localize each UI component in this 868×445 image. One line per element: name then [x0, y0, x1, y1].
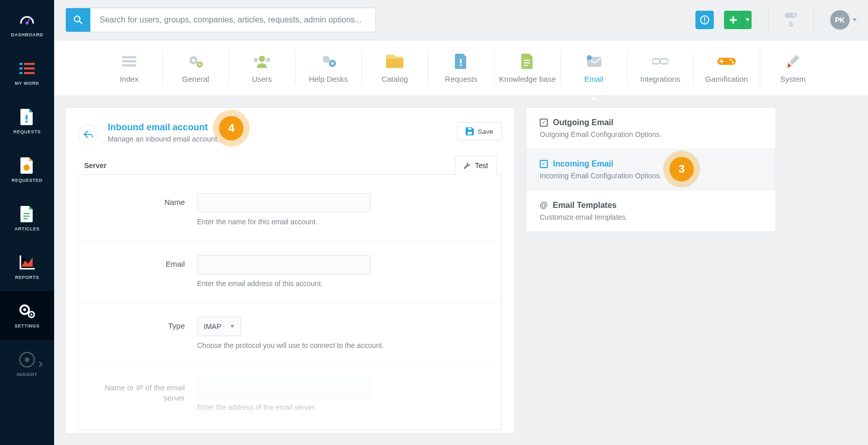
nav-settings[interactable]: SETTINGS [0, 291, 54, 340]
check-square-icon: ✓ [540, 160, 548, 168]
side-item-desc: Customize email templates. [540, 213, 762, 221]
svg-rect-40 [460, 64, 462, 66]
nav-label: REQUESTED [12, 178, 43, 183]
svg-point-35 [266, 58, 270, 62]
svg-rect-26 [122, 56, 136, 58]
nav-requests[interactable]: REQUESTS [0, 97, 54, 146]
server-tab[interactable]: Server [83, 156, 108, 175]
search-input[interactable] [90, 8, 375, 32]
nav-dashboard[interactable]: DASHBOARD [0, 0, 54, 49]
nav-articles[interactable]: ARTICLES [0, 194, 54, 243]
search-wrap [65, 8, 376, 32]
user-menu[interactable]: PK [830, 10, 857, 30]
add-button[interactable] [724, 11, 742, 29]
test-label: Test [475, 161, 488, 170]
side-item-desc: Incoming Email Configuration Options. [540, 172, 762, 180]
svg-point-38 [331, 62, 334, 64]
email-hint: Enter the email address of this account. [197, 279, 482, 288]
svg-point-33 [259, 56, 265, 62]
tab-knowledge-base[interactable]: Knowledge base [494, 40, 561, 96]
users-icon [253, 53, 271, 69]
divider [813, 10, 814, 30]
step-marker-4: 4 [219, 116, 244, 140]
email-label: Email [98, 255, 185, 269]
file-star-icon [19, 157, 35, 174]
top-bar: 0 PK [54, 0, 868, 40]
tab-label: Help Desks [309, 75, 348, 83]
reply-icon [84, 131, 93, 138]
svg-point-18 [25, 357, 29, 362]
tab-system[interactable]: System [760, 40, 826, 96]
side-item-email-templates[interactable]: @ Email Templates Customize email templa… [526, 191, 776, 231]
main-panel: 4 Inbound email account Manage an inboun… [65, 107, 515, 434]
svg-rect-10 [23, 213, 30, 214]
side-item-incoming-email[interactable]: ✓ Incoming Email Incoming Email Configur… [526, 149, 776, 191]
side-item-outgoing-email[interactable]: ✓ Outgoing Email Outgoing Email Configur… [526, 108, 776, 149]
wrench-icon [464, 162, 471, 169]
gears-icon [19, 303, 35, 319]
nav-label: MY WORK [15, 81, 39, 86]
server-hint: Enter the address of the email server. [197, 403, 482, 411]
svg-rect-27 [122, 60, 136, 62]
test-tab[interactable]: Test [455, 156, 497, 175]
save-label: Save [478, 128, 493, 135]
tab-email[interactable]: Email [561, 40, 627, 96]
email-input[interactable] [197, 255, 371, 274]
nav-my-work[interactable]: MY WORK [0, 49, 54, 97]
nav-requested[interactable]: REQUESTED [0, 146, 54, 194]
nav-reports[interactable]: REPORTS [0, 243, 54, 291]
tab-helpdesks[interactable]: Help Desks [295, 40, 361, 96]
top-actions: 0 PK [695, 10, 857, 30]
svg-rect-42 [524, 62, 530, 63]
helpdesk-icon [320, 53, 336, 69]
back-button[interactable] [78, 124, 99, 145]
caret-down-icon [853, 18, 857, 21]
divider [768, 10, 768, 30]
svg-rect-46 [652, 59, 660, 64]
type-value: IMAP [204, 322, 221, 331]
svg-point-45 [587, 55, 592, 60]
tab-users[interactable]: Users [229, 40, 295, 96]
type-hint: Choose the protocol you will use to conn… [197, 341, 482, 349]
type-select[interactable]: IMAP [197, 317, 241, 336]
svg-point-9 [23, 165, 30, 171]
left-nav: DASHBOARD MY WORK REQUESTS REQUESTED ART… [0, 0, 54, 445]
add-dropdown-toggle[interactable] [742, 11, 752, 29]
insight-icon [19, 352, 35, 368]
link-icon [652, 53, 668, 69]
tab-general[interactable]: General [162, 40, 229, 96]
svg-rect-7 [26, 115, 28, 120]
tab-gamification[interactable]: Gamification [693, 40, 760, 96]
name-input[interactable] [197, 193, 371, 213]
form-box: Name Enter the name for this email accou… [78, 174, 502, 430]
nav-label: INSIGHT [17, 372, 37, 377]
svg-rect-39 [460, 59, 462, 63]
tab-requests[interactable]: Requests [428, 40, 494, 96]
nav-label: DASHBOARD [11, 32, 43, 37]
tab-label: Gamification [705, 75, 748, 83]
tab-index[interactable]: Index [96, 40, 162, 96]
gamification-score[interactable]: 0 [785, 12, 797, 28]
svg-rect-5 [19, 72, 22, 74]
search-button[interactable] [66, 8, 90, 32]
chart-icon [19, 254, 35, 271]
type-label: Type [98, 317, 185, 331]
notifications-button[interactable] [695, 11, 714, 29]
svg-rect-51 [468, 132, 472, 134]
tab-integrations[interactable]: Integrations [627, 40, 693, 96]
tab-label: Email [584, 75, 604, 83]
svg-point-25 [794, 15, 796, 17]
settings-tabs: Index General Users Help Desks Catalog R… [54, 40, 868, 96]
caret-down-icon [745, 18, 750, 21]
envelope-icon [585, 53, 602, 69]
list-icon [122, 53, 136, 69]
svg-rect-43 [524, 65, 528, 66]
gamepad-icon [785, 12, 797, 19]
server-input[interactable] [197, 379, 371, 398]
nav-label: REQUESTS [13, 129, 41, 134]
side-item-title: Incoming Email [553, 159, 613, 169]
save-button[interactable]: Save [457, 122, 502, 140]
list-icon [19, 60, 35, 77]
nav-insight[interactable]: INSIGHT [0, 340, 54, 388]
tab-catalog[interactable]: Catalog [361, 40, 428, 96]
